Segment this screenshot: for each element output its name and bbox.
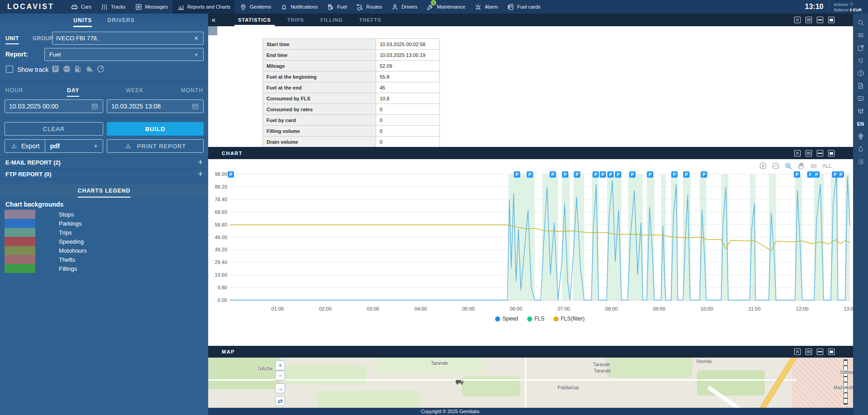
svg-text:P: P [616,172,620,177]
calendar-icon[interactable] [191,103,199,110]
chart-legend-item[interactable]: Speed [495,316,518,322]
nav-item[interactable]: Geoitems [235,0,276,14]
period-tab-hour[interactable]: HOUR [5,87,23,94]
nav-item[interactable]: Messages [130,0,172,14]
drain-icon[interactable] [85,65,94,73]
username: testuser [834,2,848,7]
show-track-checkbox[interactable] [6,66,13,73]
chart-legend-item[interactable]: FLS [527,316,544,322]
collapse-panel-icon[interactable]: « [208,14,219,26]
zoom-in-circle-icon[interactable] [759,162,767,170]
rows-icon[interactable] [805,348,812,355]
chart-legend-item[interactable]: FLS(filter) [553,316,585,322]
statistics-tab[interactable]: THEFTS [359,14,382,26]
tool-button[interactable] [853,130,868,143]
logout-icon[interactable] [850,2,854,6]
nav-item[interactable]: Cars [66,0,96,14]
date-from-input[interactable]: 10.03.2025 00:00 [5,99,103,113]
lines-icon[interactable] [810,162,818,170]
email-report-row[interactable]: E-MAIL REPORT (2) + [0,156,208,168]
clear-button[interactable]: CLEAR [5,122,103,136]
download-icon [124,142,132,150]
split-icon[interactable] [816,348,824,355]
panel-resize-handle[interactable] [208,26,217,35]
nav-item[interactable]: Reports and Charts [172,0,235,14]
calendar-icon[interactable] [91,103,99,110]
print-report-button[interactable]: PRINT REPORT [107,139,204,153]
close-icon[interactable] [794,150,801,157]
tool-button[interactable] [853,92,868,105]
hand-icon[interactable] [797,162,805,170]
unit-input[interactable]: IVECO FBI 778, ✕ [52,32,204,45]
svg-text:03:00: 03:00 [367,306,379,311]
row-value: 10.03.2025 00:02:58 [376,39,439,49]
nav-item[interactable]: Routes [351,0,386,14]
stop-icon[interactable]: STOP [62,65,71,73]
clear-unit-icon[interactable]: ✕ [193,35,200,42]
tool-button[interactable]: EN [853,118,868,130]
tool-button[interactable] [853,156,868,168]
period-tab-month[interactable]: MONTH [181,87,203,94]
map-zoom-control[interactable]: − [275,371,285,381]
split-icon[interactable] [816,16,824,24]
tab-units[interactable]: UNITS [73,17,92,27]
export-button[interactable]: Export [5,140,45,152]
tool-button[interactable] [853,42,868,54]
period-tab-day[interactable]: DAY [67,87,79,97]
fuel-station-icon[interactable] [74,65,82,73]
close-icon[interactable] [794,348,801,355]
tool-button[interactable] [853,16,868,29]
rows-icon[interactable] [805,16,812,24]
maximize-icon[interactable] [828,348,835,355]
nav-item[interactable]: Fuel cards [502,0,545,14]
tab-drivers[interactable]: DRIVERS [107,17,134,26]
tool-button[interactable] [853,67,868,80]
statistics-tab[interactable]: TRIPS [287,14,304,26]
unit-toggle[interactable]: UNIT [5,35,19,44]
map-green-area [285,365,367,385]
map-zoom-control[interactable]: + [275,360,285,370]
magnifier-plus-icon[interactable] [784,162,792,170]
date-to-input[interactable]: 10.03.2025 13:08 [107,99,204,113]
tool-button[interactable] [853,80,868,92]
tool-button[interactable] [853,29,868,42]
parking-icon[interactable]: P [51,65,60,73]
nav-item[interactable]: Fuel [322,0,351,14]
statistics-tab[interactable]: STATISTICS [238,14,271,26]
map-zoom-control[interactable]: ⇄ [275,396,285,406]
add-ftp-report-icon[interactable]: + [198,170,203,179]
user-box[interactable]: testuser Balance 0 EUR [829,1,868,13]
charts-legend-tab[interactable]: CHARTS LEGEND [78,188,130,198]
tool-button[interactable] [853,105,868,118]
group-toggle[interactable]: GROUP [33,35,54,42]
export-format-select[interactable]: pdf ▼ [45,140,103,152]
nav-item[interactable]: Drivers [386,0,422,14]
tool-button[interactable] [853,54,868,67]
chart-range-all-button[interactable]: ALL [822,163,832,169]
zoom-out-circle-icon[interactable] [772,162,780,170]
map-zoom-control[interactable]: → [275,383,285,393]
split-icon[interactable] [816,150,824,157]
map[interactable]: Gilužia Tarande Tarandė Tarandė Pašilaič… [208,358,853,408]
map-scale-ruler [844,359,848,405]
build-button[interactable]: BUILD [107,122,204,136]
nav-item[interactable]: Tracks [96,0,130,14]
track-layer-icons: PSTOP [51,65,105,73]
svg-text:07:00: 07:00 [558,306,570,311]
close-icon[interactable] [794,16,801,24]
period-tab-week[interactable]: WEEK [126,87,143,94]
ftp-report-row[interactable]: FTP REPORT (0) + [0,168,208,180]
speedometer-icon[interactable] [96,65,105,73]
nav-item[interactable]: Alarm [470,0,502,14]
rows-icon[interactable] [805,150,812,157]
nav-item[interactable]: Notifications [276,0,322,14]
maximize-icon[interactable] [828,150,835,157]
statistics-tab[interactable]: FILLING [320,14,343,26]
maximize-icon[interactable] [828,16,835,24]
add-email-report-icon[interactable]: + [198,158,203,167]
download-icon [10,142,18,150]
report-type-select[interactable]: Fuel ▼ [44,48,204,61]
vehicle-marker[interactable] [455,378,465,386]
nav-item[interactable]: 1 Maintenance [422,0,470,14]
tool-button[interactable] [853,143,868,156]
